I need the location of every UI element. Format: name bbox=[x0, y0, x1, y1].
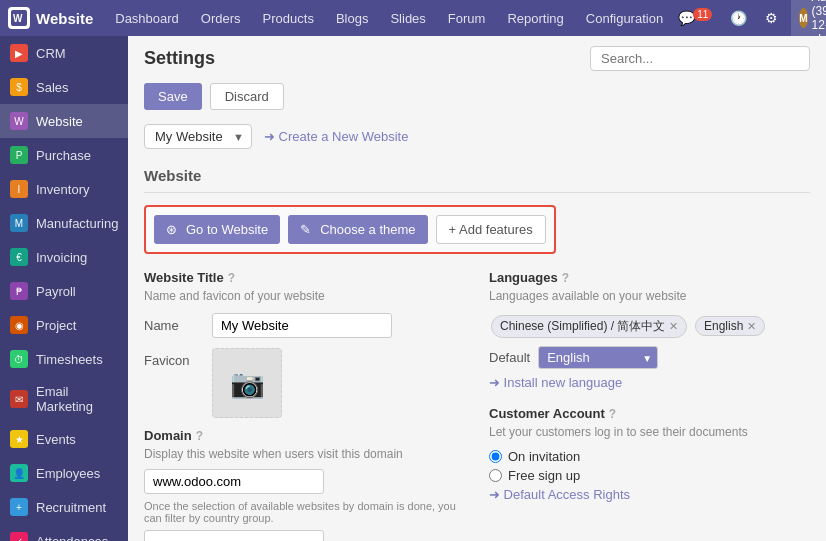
sidebar-item-purchase[interactable]: P Purchase bbox=[0, 138, 128, 172]
domain-heading: Domain ? bbox=[144, 428, 465, 443]
settings-header: Settings bbox=[128, 36, 826, 77]
website-title-heading: Website Title ? bbox=[144, 270, 465, 285]
domain-input[interactable] bbox=[144, 469, 324, 494]
sidebar-item-recruitment[interactable]: + Recruitment bbox=[0, 490, 128, 524]
settings-col-right: Languages ? Languages available on your … bbox=[489, 270, 810, 541]
content-area: Settings Save Discard My Website ▼ ➜ Cre… bbox=[128, 36, 826, 541]
free-signup-radio[interactable] bbox=[489, 469, 502, 482]
sidebar-item-inventory[interactable]: I Inventory bbox=[0, 172, 128, 206]
website-title-help-icon[interactable]: ? bbox=[228, 271, 235, 285]
go-to-website-button[interactable]: ⊛Go to Website bbox=[154, 215, 280, 244]
action-bar: Save Discard bbox=[128, 77, 826, 116]
create-website-link[interactable]: ➜ Create a New Website bbox=[264, 129, 408, 144]
manufacturing-icon: M bbox=[10, 214, 28, 232]
name-label: Name bbox=[144, 313, 204, 333]
clock-icon: 🕐 bbox=[730, 10, 747, 26]
favicon-upload[interactable]: 📷 bbox=[212, 348, 282, 418]
on-invitation-label: On invitation bbox=[508, 449, 580, 464]
customer-account-desc: Let your customers log in to see their d… bbox=[489, 425, 810, 439]
lang-chinese-remove[interactable]: ✕ bbox=[669, 320, 678, 333]
website-icon: W bbox=[10, 112, 28, 130]
svg-text:W: W bbox=[13, 13, 23, 24]
sidebar-item-timesheets[interactable]: ⏱ Timesheets bbox=[0, 342, 128, 376]
nav-links: Dashboard Orders Products Blogs Slides F… bbox=[105, 7, 673, 30]
invoicing-icon: € bbox=[10, 248, 28, 266]
default-lang-select[interactable]: English bbox=[538, 346, 658, 369]
search-input[interactable] bbox=[590, 46, 810, 71]
sidebar-item-project[interactable]: ◉ Project bbox=[0, 308, 128, 342]
sidebar-item-sales[interactable]: $ Sales bbox=[0, 70, 128, 104]
lang-tag-chinese: Chinese (Simplified) / 简体中文 ✕ bbox=[491, 315, 687, 338]
payroll-icon: ₱ bbox=[10, 282, 28, 300]
sidebar-item-attendances[interactable]: ✓ Attendances bbox=[0, 524, 128, 541]
default-access-link[interactable]: ➜ Default Access Rights bbox=[489, 487, 630, 502]
domain-note: Once the selection of available websites… bbox=[144, 500, 465, 524]
nav-reporting[interactable]: Reporting bbox=[497, 7, 573, 30]
nav-configuration[interactable]: Configuration bbox=[576, 7, 673, 30]
default-lang-select-wrapper: English ▼ bbox=[538, 346, 658, 369]
sidebar-item-employees[interactable]: 👤 Employees bbox=[0, 456, 128, 490]
lang-english-remove[interactable]: ✕ bbox=[747, 320, 756, 333]
page-title: Settings bbox=[144, 48, 215, 69]
customer-help-icon[interactable]: ? bbox=[609, 407, 616, 421]
language-tags-row: Chinese (Simplified) / 简体中文 ✕ English ✕ bbox=[489, 313, 810, 340]
website-dropdown[interactable]: My Website bbox=[144, 124, 252, 149]
add-features-button[interactable]: + Add features bbox=[436, 215, 546, 244]
domain-section: Domain ? Display this website when users… bbox=[144, 428, 465, 541]
palette-icon: ✎ bbox=[300, 222, 311, 237]
discard-button[interactable]: Discard bbox=[210, 83, 284, 110]
sidebar-label-events: Events bbox=[36, 432, 76, 447]
recruitment-icon: + bbox=[10, 498, 28, 516]
domain-help-icon[interactable]: ? bbox=[196, 429, 203, 443]
favicon-label: Favicon bbox=[144, 348, 204, 368]
domain-filter-select[interactable] bbox=[144, 530, 324, 541]
on-invitation-radio[interactable] bbox=[489, 450, 502, 463]
sales-icon: $ bbox=[10, 78, 28, 96]
sidebar-label-sales: Sales bbox=[36, 80, 69, 95]
section-title: Website bbox=[144, 157, 810, 193]
save-button[interactable]: Save bbox=[144, 83, 202, 110]
languages-heading: Languages ? bbox=[489, 270, 810, 285]
languages-desc: Languages available on your website bbox=[489, 289, 810, 303]
nav-blogs[interactable]: Blogs bbox=[326, 7, 379, 30]
website-name-input[interactable] bbox=[212, 313, 392, 338]
navbar: W Website Dashboard Orders Products Blog… bbox=[0, 0, 826, 36]
discuss-button[interactable]: 💬 11 bbox=[673, 8, 717, 28]
sidebar-item-website[interactable]: W Website bbox=[0, 104, 128, 138]
sidebar-item-crm[interactable]: ▶ CRM bbox=[0, 36, 128, 70]
timesheets-icon: ⏱ bbox=[10, 350, 28, 368]
activity-button[interactable]: 🕐 bbox=[725, 8, 752, 28]
sidebar-item-email[interactable]: ✉ Email Marketing bbox=[0, 376, 128, 422]
settings-columns: Website Title ? Name and favicon of your… bbox=[144, 270, 810, 541]
sidebar-item-invoicing[interactable]: € Invoicing bbox=[0, 240, 128, 274]
nav-dashboard[interactable]: Dashboard bbox=[105, 7, 189, 30]
email-icon: ✉ bbox=[10, 390, 28, 408]
website-title-section: Website Title ? Name and favicon of your… bbox=[144, 270, 465, 418]
sidebar-label-project: Project bbox=[36, 318, 76, 333]
name-form-row: Name bbox=[144, 313, 465, 338]
gear-icon: ⚙ bbox=[765, 10, 778, 26]
main-layout: ▶ CRM $ Sales W Website P Purchase I Inv… bbox=[0, 36, 826, 541]
sidebar-item-manufacturing[interactable]: M Manufacturing bbox=[0, 206, 128, 240]
domain-desc: Display this website when users visit th… bbox=[144, 447, 465, 461]
choose-theme-button[interactable]: ✎Choose a theme bbox=[288, 215, 427, 244]
sidebar-label-purchase: Purchase bbox=[36, 148, 91, 163]
install-language-link[interactable]: ➜ Install new language bbox=[489, 375, 622, 390]
camera-icon: 📷 bbox=[230, 367, 265, 400]
website-dropdown-wrapper: My Website ▼ bbox=[144, 124, 252, 149]
sidebar-label-attendances: Attendances bbox=[36, 534, 108, 542]
nav-slides[interactable]: Slides bbox=[380, 7, 435, 30]
nav-products[interactable]: Products bbox=[253, 7, 324, 30]
avatar: M bbox=[799, 8, 807, 28]
languages-help-icon[interactable]: ? bbox=[562, 271, 569, 285]
sidebar-label-invoicing: Invoicing bbox=[36, 250, 87, 265]
sidebar-item-payroll[interactable]: ₱ Payroll bbox=[0, 274, 128, 308]
crm-icon: ▶ bbox=[10, 44, 28, 62]
sidebar-item-events[interactable]: ★ Events bbox=[0, 422, 128, 456]
nav-forum[interactable]: Forum bbox=[438, 7, 496, 30]
app-logo[interactable]: W Website bbox=[8, 7, 93, 29]
nav-orders[interactable]: Orders bbox=[191, 7, 251, 30]
customer-account-heading: Customer Account ? bbox=[489, 406, 810, 421]
settings-button[interactable]: ⚙ bbox=[760, 8, 783, 28]
lang-english-label: English bbox=[704, 319, 743, 333]
